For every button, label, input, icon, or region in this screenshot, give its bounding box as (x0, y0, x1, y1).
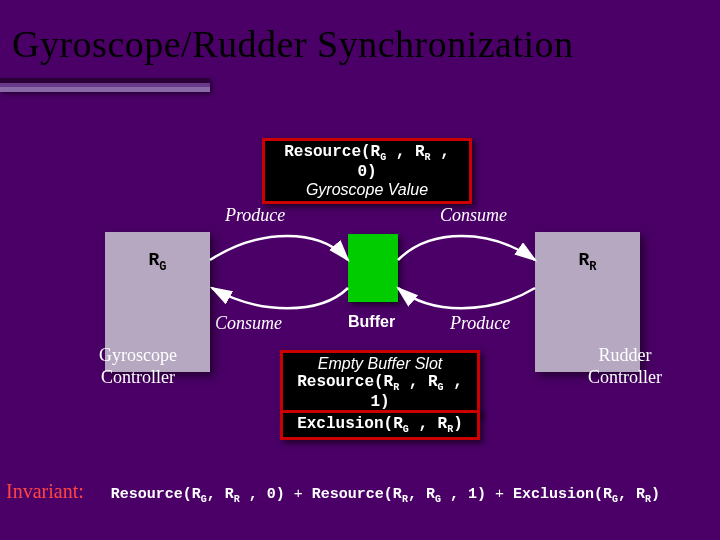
txt: Exclusion(R (297, 415, 403, 433)
resource-box-top: Resource(RG , RR , 0) Gyroscope Value (262, 138, 472, 204)
sym: R (148, 250, 159, 270)
produce-top-label: Produce (225, 205, 285, 226)
invariant-line: Invariant: Resource(RG, RR , 0) + Resour… (0, 480, 720, 505)
rg-symbol: RG (105, 250, 210, 274)
resource-box-mid: Empty Buffer Slot Resource(RR , RG , 1) (280, 350, 480, 416)
consume-top-label: Consume (440, 205, 507, 226)
rr-symbol: RR (535, 250, 640, 274)
txt: Resource(R (284, 143, 380, 161)
title-underline (0, 78, 210, 92)
txt: Resource(R (297, 373, 393, 391)
txt: , R (399, 373, 437, 391)
page-title: Gyroscope/Rudder Synchronization (12, 22, 574, 66)
txt: , R (386, 143, 424, 161)
invariant-expr: Resource(RG, RR , 0) + Resource(RR, RG ,… (111, 486, 660, 503)
diagram: Resource(RG , RR , 0) Gyroscope Value Pr… (0, 110, 720, 450)
resource-top-subtitle: Gyroscope Value (271, 181, 463, 199)
invariant-label: Invariant: (6, 480, 84, 502)
txt: , R (409, 415, 447, 433)
txt: ) (453, 415, 463, 433)
sym: R (578, 250, 589, 270)
resource-top-line1: Resource(RG , RR , 0) (271, 143, 463, 181)
rudder-caption: Rudder Controller (565, 345, 685, 388)
exclusion-box: Exclusion(RG , RR) (280, 410, 480, 440)
produce-bottom-label: Produce (450, 313, 510, 334)
exclusion-line: Exclusion(RG , RR) (289, 415, 471, 435)
buffer-block (348, 234, 398, 302)
sub: R (589, 260, 596, 274)
buffer-label: Buffer (348, 313, 395, 331)
consume-bottom-label: Consume (215, 313, 282, 334)
sub: G (159, 260, 166, 274)
gyroscope-caption: Gyroscope Controller (78, 345, 198, 388)
resource-mid-line1: Resource(RR , RG , 1) (289, 373, 471, 411)
resource-mid-subtitle: Empty Buffer Slot (289, 355, 471, 373)
